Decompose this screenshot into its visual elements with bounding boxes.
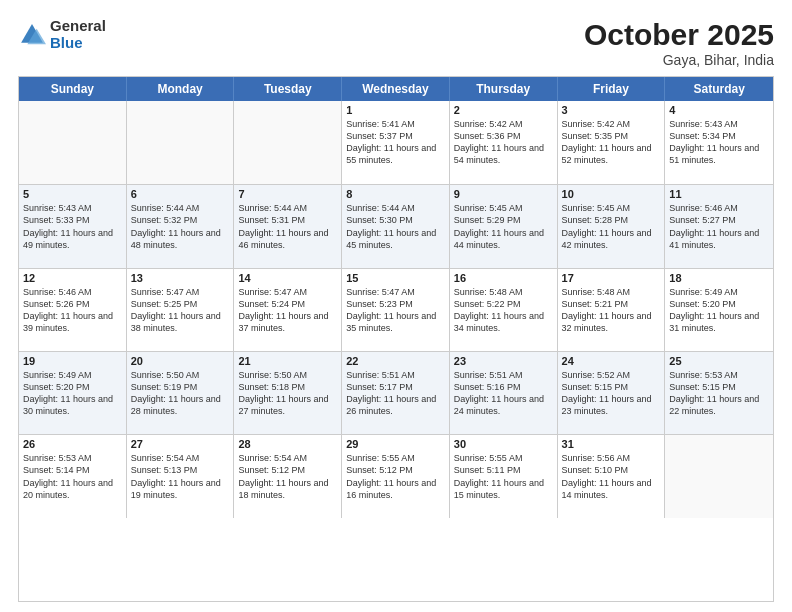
- day-number: 27: [131, 438, 230, 450]
- cell-info: Sunrise: 5:43 AM Sunset: 5:34 PM Dayligh…: [669, 118, 769, 167]
- cell-info: Sunrise: 5:52 AM Sunset: 5:15 PM Dayligh…: [562, 369, 661, 418]
- day-number: 6: [131, 188, 230, 200]
- calendar-row-4: 26Sunrise: 5:53 AM Sunset: 5:14 PM Dayli…: [19, 434, 773, 517]
- day-number: 30: [454, 438, 553, 450]
- day-cell-22: 22Sunrise: 5:51 AM Sunset: 5:17 PM Dayli…: [342, 352, 450, 434]
- day-number: 28: [238, 438, 337, 450]
- cell-info: Sunrise: 5:48 AM Sunset: 5:21 PM Dayligh…: [562, 286, 661, 335]
- day-cell-27: 27Sunrise: 5:54 AM Sunset: 5:13 PM Dayli…: [127, 435, 235, 517]
- cell-info: Sunrise: 5:54 AM Sunset: 5:12 PM Dayligh…: [238, 452, 337, 501]
- day-number: 15: [346, 272, 445, 284]
- location: Gaya, Bihar, India: [584, 52, 774, 68]
- cell-info: Sunrise: 5:41 AM Sunset: 5:37 PM Dayligh…: [346, 118, 445, 167]
- calendar-row-0: 1Sunrise: 5:41 AM Sunset: 5:37 PM Daylig…: [19, 101, 773, 184]
- day-cell-24: 24Sunrise: 5:52 AM Sunset: 5:15 PM Dayli…: [558, 352, 666, 434]
- header: General Blue October 2025 Gaya, Bihar, I…: [18, 18, 774, 68]
- cell-info: Sunrise: 5:54 AM Sunset: 5:13 PM Dayligh…: [131, 452, 230, 501]
- day-number: 12: [23, 272, 122, 284]
- day-cell-12: 12Sunrise: 5:46 AM Sunset: 5:26 PM Dayli…: [19, 269, 127, 351]
- day-cell-16: 16Sunrise: 5:48 AM Sunset: 5:22 PM Dayli…: [450, 269, 558, 351]
- day-number: 17: [562, 272, 661, 284]
- day-cell-28: 28Sunrise: 5:54 AM Sunset: 5:12 PM Dayli…: [234, 435, 342, 517]
- day-number: 29: [346, 438, 445, 450]
- day-cell-5: 5Sunrise: 5:43 AM Sunset: 5:33 PM Daylig…: [19, 185, 127, 267]
- cell-info: Sunrise: 5:55 AM Sunset: 5:12 PM Dayligh…: [346, 452, 445, 501]
- day-cell-29: 29Sunrise: 5:55 AM Sunset: 5:12 PM Dayli…: [342, 435, 450, 517]
- day-cell-18: 18Sunrise: 5:49 AM Sunset: 5:20 PM Dayli…: [665, 269, 773, 351]
- day-number: 16: [454, 272, 553, 284]
- empty-cell: [19, 101, 127, 184]
- day-number: 18: [669, 272, 769, 284]
- weekday-header-tuesday: Tuesday: [234, 77, 342, 101]
- day-number: 31: [562, 438, 661, 450]
- cell-info: Sunrise: 5:55 AM Sunset: 5:11 PM Dayligh…: [454, 452, 553, 501]
- title-block: October 2025 Gaya, Bihar, India: [584, 18, 774, 68]
- cell-info: Sunrise: 5:45 AM Sunset: 5:28 PM Dayligh…: [562, 202, 661, 251]
- cell-info: Sunrise: 5:45 AM Sunset: 5:29 PM Dayligh…: [454, 202, 553, 251]
- cell-info: Sunrise: 5:44 AM Sunset: 5:32 PM Dayligh…: [131, 202, 230, 251]
- day-number: 24: [562, 355, 661, 367]
- day-number: 8: [346, 188, 445, 200]
- day-number: 14: [238, 272, 337, 284]
- day-cell-17: 17Sunrise: 5:48 AM Sunset: 5:21 PM Dayli…: [558, 269, 666, 351]
- logo: General Blue: [18, 18, 106, 51]
- cell-info: Sunrise: 5:47 AM Sunset: 5:25 PM Dayligh…: [131, 286, 230, 335]
- day-number: 26: [23, 438, 122, 450]
- day-cell-31: 31Sunrise: 5:56 AM Sunset: 5:10 PM Dayli…: [558, 435, 666, 517]
- cell-info: Sunrise: 5:42 AM Sunset: 5:35 PM Dayligh…: [562, 118, 661, 167]
- day-cell-25: 25Sunrise: 5:53 AM Sunset: 5:15 PM Dayli…: [665, 352, 773, 434]
- day-cell-4: 4Sunrise: 5:43 AM Sunset: 5:34 PM Daylig…: [665, 101, 773, 184]
- day-number: 23: [454, 355, 553, 367]
- cell-info: Sunrise: 5:51 AM Sunset: 5:16 PM Dayligh…: [454, 369, 553, 418]
- day-cell-8: 8Sunrise: 5:44 AM Sunset: 5:30 PM Daylig…: [342, 185, 450, 267]
- cell-info: Sunrise: 5:53 AM Sunset: 5:14 PM Dayligh…: [23, 452, 122, 501]
- day-cell-13: 13Sunrise: 5:47 AM Sunset: 5:25 PM Dayli…: [127, 269, 235, 351]
- day-cell-15: 15Sunrise: 5:47 AM Sunset: 5:23 PM Dayli…: [342, 269, 450, 351]
- day-number: 13: [131, 272, 230, 284]
- calendar-row-3: 19Sunrise: 5:49 AM Sunset: 5:20 PM Dayli…: [19, 351, 773, 434]
- weekday-header-monday: Monday: [127, 77, 235, 101]
- cell-info: Sunrise: 5:47 AM Sunset: 5:23 PM Dayligh…: [346, 286, 445, 335]
- calendar-row-2: 12Sunrise: 5:46 AM Sunset: 5:26 PM Dayli…: [19, 268, 773, 351]
- day-number: 25: [669, 355, 769, 367]
- cell-info: Sunrise: 5:49 AM Sunset: 5:20 PM Dayligh…: [669, 286, 769, 335]
- logo-general: General: [50, 18, 106, 35]
- day-number: 1: [346, 104, 445, 116]
- day-number: 2: [454, 104, 553, 116]
- cell-info: Sunrise: 5:56 AM Sunset: 5:10 PM Dayligh…: [562, 452, 661, 501]
- day-number: 20: [131, 355, 230, 367]
- logo-blue: Blue: [50, 35, 106, 52]
- day-number: 5: [23, 188, 122, 200]
- day-number: 9: [454, 188, 553, 200]
- empty-cell: [127, 101, 235, 184]
- day-cell-2: 2Sunrise: 5:42 AM Sunset: 5:36 PM Daylig…: [450, 101, 558, 184]
- logo-text: General Blue: [50, 18, 106, 51]
- day-cell-26: 26Sunrise: 5:53 AM Sunset: 5:14 PM Dayli…: [19, 435, 127, 517]
- day-number: 22: [346, 355, 445, 367]
- day-cell-11: 11Sunrise: 5:46 AM Sunset: 5:27 PM Dayli…: [665, 185, 773, 267]
- day-cell-6: 6Sunrise: 5:44 AM Sunset: 5:32 PM Daylig…: [127, 185, 235, 267]
- cell-info: Sunrise: 5:50 AM Sunset: 5:19 PM Dayligh…: [131, 369, 230, 418]
- day-number: 21: [238, 355, 337, 367]
- day-number: 11: [669, 188, 769, 200]
- cell-info: Sunrise: 5:48 AM Sunset: 5:22 PM Dayligh…: [454, 286, 553, 335]
- calendar: SundayMondayTuesdayWednesdayThursdayFrid…: [18, 76, 774, 602]
- day-number: 3: [562, 104, 661, 116]
- day-cell-23: 23Sunrise: 5:51 AM Sunset: 5:16 PM Dayli…: [450, 352, 558, 434]
- day-number: 19: [23, 355, 122, 367]
- day-cell-20: 20Sunrise: 5:50 AM Sunset: 5:19 PM Dayli…: [127, 352, 235, 434]
- cell-info: Sunrise: 5:47 AM Sunset: 5:24 PM Dayligh…: [238, 286, 337, 335]
- weekday-header-thursday: Thursday: [450, 77, 558, 101]
- cell-info: Sunrise: 5:46 AM Sunset: 5:26 PM Dayligh…: [23, 286, 122, 335]
- logo-icon: [18, 21, 46, 49]
- empty-cell: [234, 101, 342, 184]
- cell-info: Sunrise: 5:50 AM Sunset: 5:18 PM Dayligh…: [238, 369, 337, 418]
- calendar-row-1: 5Sunrise: 5:43 AM Sunset: 5:33 PM Daylig…: [19, 184, 773, 267]
- cell-info: Sunrise: 5:42 AM Sunset: 5:36 PM Dayligh…: [454, 118, 553, 167]
- cell-info: Sunrise: 5:49 AM Sunset: 5:20 PM Dayligh…: [23, 369, 122, 418]
- weekday-header-wednesday: Wednesday: [342, 77, 450, 101]
- day-number: 7: [238, 188, 337, 200]
- cell-info: Sunrise: 5:44 AM Sunset: 5:31 PM Dayligh…: [238, 202, 337, 251]
- day-number: 4: [669, 104, 769, 116]
- day-cell-7: 7Sunrise: 5:44 AM Sunset: 5:31 PM Daylig…: [234, 185, 342, 267]
